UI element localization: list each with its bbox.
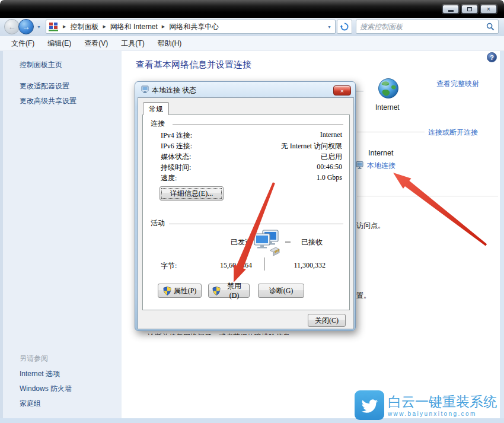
- bird-icon: [359, 395, 379, 415]
- bytes-label: 字节:: [161, 261, 177, 271]
- breadcrumb-separator-icon: ▶: [103, 24, 106, 29]
- back-button[interactable]: ←: [4, 19, 20, 34]
- maximize-icon: [467, 7, 472, 11]
- dash: [285, 241, 291, 243]
- minimize-button[interactable]: [442, 5, 459, 14]
- connection-group-label: 连接: [151, 119, 165, 129]
- forward-button[interactable]: →: [18, 19, 34, 34]
- media-state-row: 媒体状态: 已启用: [161, 152, 342, 161]
- sidebar: 控制面板主页 更改适配器设置 更改高级共享设置 另请参阅 Internet 选项…: [0, 51, 122, 418]
- address-dropdown-icon[interactable]: ▼: [327, 25, 333, 29]
- map-connector-line: [355, 91, 363, 91]
- activity-group-label: 活动: [151, 218, 165, 228]
- internet-node-label: Internet: [375, 103, 400, 112]
- refresh-button[interactable]: [337, 20, 352, 34]
- clipped-text: 访问点。: [356, 220, 392, 229]
- menu-bar: 文件(F) 编辑(E) 查看(V) 工具(T) 帮助(H): [0, 36, 504, 51]
- dash: [247, 241, 253, 243]
- clipped-text-fragment: 访问点。: [356, 221, 385, 229]
- internet-globe-icon[interactable]: [377, 77, 400, 100]
- forward-arrow-icon: →: [23, 23, 30, 31]
- watermark-text: 白云一键重装系统 www.baiyunxitong.com: [388, 394, 497, 417]
- tab-general[interactable]: 常规: [143, 102, 169, 115]
- dialog-title: 本地连接 状态: [152, 85, 196, 96]
- sidebar-item-control-panel-home[interactable]: 控制面板主页: [20, 60, 62, 70]
- uac-shield-icon: [212, 287, 221, 295]
- breadcrumb-network-sharing-center[interactable]: 网络和共享中心: [169, 22, 219, 32]
- received-label: 已接收: [301, 237, 323, 247]
- watermark-title: 白云一键重装系统: [388, 394, 497, 409]
- row-label: 媒体状态:: [161, 152, 191, 162]
- control-panel-icon: [49, 23, 59, 31]
- local-connection-status-dialog: 本地连接 状态 × 常规 连接 IPv4 连接: Internet IPv6 连…: [135, 81, 356, 331]
- watermark-url: www.baiyunxitong.com: [388, 411, 497, 417]
- view-full-map-link[interactable]: 查看完整映射: [436, 79, 479, 89]
- dialog-body: 常规 连接 IPv4 连接: Internet IPv6 连接: 无 Inter…: [138, 97, 354, 329]
- back-arrow-icon: ←: [8, 23, 16, 31]
- window-edge: [500, 51, 504, 418]
- disable-button[interactable]: 禁用(D): [208, 284, 250, 298]
- properties-button-label: 属性(P): [174, 286, 197, 296]
- sidebar-item-change-advanced-sharing[interactable]: 更改高级共享设置: [20, 96, 76, 106]
- close-icon: ×: [487, 7, 490, 12]
- help-button[interactable]: ?: [487, 52, 497, 62]
- dialog-close-button[interactable]: ×: [333, 85, 351, 96]
- duration-row: 持续时间: 00:46:50: [161, 163, 342, 172]
- window-titlebar[interactable]: ×: [0, 0, 504, 18]
- row-value: 无 Internet 访问权限: [281, 141, 342, 151]
- row-label: IPv4 连接:: [161, 131, 192, 141]
- row-value: Internet: [320, 131, 342, 139]
- page-title: 查看基本网络信息并设置连接: [136, 59, 251, 71]
- computers-activity-icon: [253, 229, 282, 260]
- diagnose-button-label: 诊断(G): [269, 286, 294, 296]
- help-icon: ?: [490, 54, 494, 61]
- refresh-icon: [340, 23, 349, 31]
- watermark: 白云一键重装系统 www.baiyunxitong.com: [355, 389, 503, 421]
- speed-row: 速度: 1.0 Gbps: [161, 173, 342, 183]
- menu-help[interactable]: 帮助(H): [151, 36, 189, 51]
- sidebar-item-homegroup[interactable]: 家庭组: [20, 399, 41, 409]
- divider: [357, 196, 498, 196]
- maximize-button[interactable]: [461, 5, 478, 14]
- menu-edit[interactable]: 编辑(E): [41, 36, 78, 51]
- divider: [264, 257, 265, 271]
- row-value: 1.0 Gbps: [317, 173, 342, 182]
- breadcrumb-separator-icon: ▶: [162, 24, 165, 29]
- uac-shield-icon: [163, 287, 171, 295]
- local-connection-icon: [356, 161, 364, 169]
- sidebar-item-change-adapter-settings[interactable]: 更改适配器设置: [20, 81, 69, 91]
- search-icon[interactable]: [486, 23, 495, 31]
- menu-file[interactable]: 文件(F): [5, 36, 41, 51]
- address-bar[interactable]: ▶ 控制面板 ▶ 网络和 Internet ▶ 网络和共享中心 ▼: [46, 20, 336, 34]
- row-value: 00:46:50: [317, 163, 342, 171]
- properties-button[interactable]: 属性(P): [158, 284, 202, 298]
- sidebar-item-internet-options[interactable]: Internet 选项: [20, 369, 60, 379]
- row-label: 速度:: [161, 173, 177, 183]
- search-box[interactable]: 搜索控制面板: [356, 20, 499, 34]
- connect-disconnect-link[interactable]: 连接或断开连接: [428, 128, 478, 138]
- ipv6-row: IPv6 连接: 无 Internet 访问权限: [161, 141, 342, 151]
- active-network-name: Internet: [368, 149, 393, 157]
- details-button[interactable]: 详细信息(E)...: [160, 186, 224, 201]
- local-connection-link[interactable]: 本地连接: [367, 161, 395, 171]
- menu-tools[interactable]: 工具(T): [114, 36, 151, 51]
- menu-view[interactable]: 查看(V): [78, 36, 114, 51]
- bytes-received-value: 11,300,332: [277, 261, 326, 270]
- clipped-text: 置。: [356, 290, 371, 299]
- recent-pages-dropdown[interactable]: ▼: [37, 25, 41, 29]
- close-button[interactable]: ×: [480, 5, 497, 14]
- diagnose-button[interactable]: 诊断(G): [258, 284, 304, 298]
- row-label: IPv6 连接:: [161, 141, 192, 151]
- dialog-close-action-button[interactable]: 关闭(C): [308, 314, 346, 327]
- network-sharing-center-window: × ← → ▼ ▶ 控制面板 ▶ 网络和 Internet ▶ 网络和共享中心 …: [0, 0, 504, 423]
- close-icon: ×: [340, 87, 344, 94]
- breadcrumb-network-internet[interactable]: 网络和 Internet: [110, 22, 158, 32]
- ipv4-row: IPv4 连接: Internet: [161, 131, 342, 140]
- group-divider: [173, 124, 343, 125]
- clipped-text-fragment: 置。: [356, 291, 371, 299]
- dialog-tab-panel: 连接 IPv4 连接: Internet IPv6 连接: 无 Internet…: [142, 115, 350, 310]
- breadcrumb-control-panel[interactable]: 控制面板: [70, 22, 98, 32]
- divider: [357, 132, 425, 132]
- sidebar-item-windows-firewall[interactable]: Windows 防火墙: [20, 384, 72, 394]
- disable-button-label: 禁用(D): [223, 281, 245, 300]
